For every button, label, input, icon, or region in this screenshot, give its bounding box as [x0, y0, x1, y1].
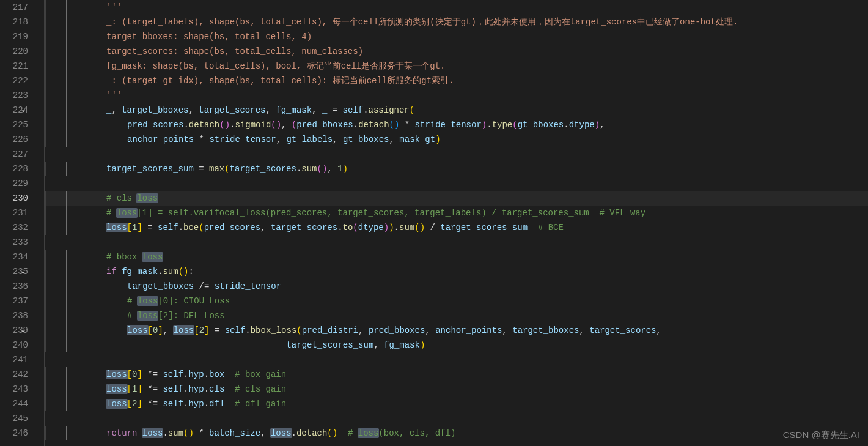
fold-chevron-icon[interactable]: [20, 325, 27, 333]
token-var: pred_scores: [204, 223, 260, 232]
line-number[interactable]: 225: [0, 117, 28, 132]
line-number[interactable]: 240: [0, 338, 28, 352]
line-number[interactable]: 232: [0, 220, 28, 235]
code-line[interactable]: ''': [44, 0, 868, 15]
code-editor[interactable]: 2172182192202212222232242252262272282292…: [0, 0, 868, 446]
line-number[interactable]: 246: [0, 426, 28, 440]
line-number[interactable]: 226: [0, 132, 28, 147]
code-line[interactable]: target_bboxes /= stride_tensor: [44, 279, 868, 294]
line-number[interactable]: 224: [0, 103, 28, 117]
token-par: (: [296, 325, 301, 335]
line-number[interactable]: 217: [0, 0, 28, 15]
code-line[interactable]: [44, 352, 868, 367]
line-number[interactable]: 228: [0, 162, 28, 176]
token-self: self: [163, 370, 183, 379]
code-line[interactable]: pred_scores.detach().sigmoid(), (pred_bb…: [44, 117, 868, 132]
token-op: ,: [600, 120, 605, 130]
line-number[interactable]: 229: [0, 176, 28, 191]
line-number[interactable]: 244: [0, 396, 28, 411]
line-number[interactable]: 223: [0, 88, 28, 103]
line-number[interactable]: 235: [0, 264, 28, 279]
token-op: .: [178, 223, 183, 232]
token-str: target_bboxes: shape(bs, total_cells, 4): [106, 32, 312, 42]
token-par: ]: [137, 223, 142, 232]
code-line[interactable]: _, target_bboxes, target_scores, fg_mask…: [44, 103, 868, 117]
code-area[interactable]: '''_: (target_labels), shape(bs, total_c…: [39, 0, 868, 446]
token-cmt: [2]: DFL Loss: [158, 311, 230, 321]
line-number[interactable]: 233: [0, 235, 28, 250]
line-number[interactable]: 243: [0, 382, 28, 396]
code-line[interactable]: loss[0], loss[2] = self.bbox_loss(pred_d…: [44, 323, 868, 338]
code-line[interactable]: return loss.sum() * batch_size, loss.det…: [44, 426, 868, 440]
token-cmt: # cls: [106, 193, 137, 203]
text-cursor: [158, 192, 158, 203]
token-par2: ): [225, 120, 230, 130]
token-var: loss: [106, 370, 127, 379]
code-line[interactable]: _: (target_gt_idx), shape(bs, total_cell…: [44, 73, 868, 88]
line-number[interactable]: 239: [0, 323, 28, 338]
line-number[interactable]: 241: [0, 352, 28, 367]
token-var: batch_size: [209, 428, 260, 438]
token-op: *: [194, 135, 209, 144]
code-line[interactable]: [44, 147, 868, 162]
code-line[interactable]: [44, 176, 868, 191]
code-line[interactable]: # bbox loss: [44, 250, 868, 264]
code-line[interactable]: # cls loss: [44, 191, 868, 206]
line-number[interactable]: 242: [0, 367, 28, 382]
code-line[interactable]: loss[1] = self.bce(pred_scores, target_s…: [44, 220, 868, 235]
code-line[interactable]: loss[0] *= self.hyp.box # box gain: [44, 367, 868, 382]
code-line[interactable]: fg_mask: shape(bs, total_cells), bool, 标…: [44, 59, 868, 73]
line-number[interactable]: 227: [0, 147, 28, 162]
token-var: loss: [106, 223, 127, 232]
code-line[interactable]: # loss[2]: DFL Loss: [44, 308, 868, 323]
code-line[interactable]: [44, 235, 868, 250]
search-highlight: loss: [127, 325, 149, 335]
token-op: .: [487, 120, 491, 130]
code-line[interactable]: [44, 411, 868, 426]
token-str: _: (target_labels), shape(bs, total_cell…: [106, 17, 738, 27]
token-op: .: [204, 399, 209, 409]
code-line[interactable]: target_scores: shape(bs, total_cells, nu…: [44, 44, 868, 59]
code-line[interactable]: target_scores_sum = max(target_scores.su…: [44, 162, 868, 176]
token-op: .: [163, 428, 167, 438]
code-line[interactable]: _: (target_labels), shape(bs, total_cell…: [44, 15, 868, 29]
line-number[interactable]: 245: [0, 411, 28, 426]
token-op: ,: [111, 105, 122, 115]
token-par: ]: [137, 370, 142, 379]
code-line[interactable]: anchor_points * stride_tensor, gt_labels…: [44, 132, 868, 147]
line-number[interactable]: 218: [0, 15, 28, 29]
code-line[interactable]: target_bboxes: shape(bs, total_cells, 4): [44, 29, 868, 44]
token-self: self: [225, 325, 246, 335]
token-par2: (: [271, 120, 276, 130]
line-number-gutter[interactable]: 2172182192202212222232242252262272282292…: [0, 0, 39, 446]
line-number[interactable]: 230: [0, 191, 28, 206]
line-number[interactable]: 221: [0, 59, 28, 73]
token-par: ): [343, 164, 348, 174]
code-line[interactable]: loss[1] *= self.hyp.cls # cls gain: [44, 382, 868, 396]
code-line[interactable]: target_scores_sum, fg_mask): [44, 338, 868, 352]
code-line[interactable]: # loss[0]: CIOU Loss: [44, 294, 868, 308]
line-number[interactable]: 234: [0, 250, 28, 264]
line-number[interactable]: 231: [0, 206, 28, 220]
token-cmt: loss: [138, 311, 158, 321]
code-line[interactable]: loss[2] *= self.hyp.dfl # dfl gain: [44, 396, 868, 411]
token-op: *: [194, 428, 209, 438]
token-op: =: [142, 223, 158, 232]
token-op: ,: [373, 340, 384, 350]
line-number[interactable]: 237: [0, 294, 28, 308]
token-var: hyp: [188, 384, 204, 394]
token-fn: sum: [163, 267, 178, 277]
token-var: box: [209, 370, 224, 379]
token-fn: max: [209, 164, 224, 174]
code-line[interactable]: if fg_mask.sum():: [44, 264, 868, 279]
line-number[interactable]: 238: [0, 308, 28, 323]
line-number[interactable]: 236: [0, 279, 28, 294]
line-number[interactable]: 219: [0, 29, 28, 44]
token-op: .: [204, 384, 209, 394]
line-number[interactable]: 220: [0, 44, 28, 59]
fold-chevron-icon[interactable]: [20, 267, 27, 274]
code-line[interactable]: ''': [44, 88, 868, 103]
code-line[interactable]: # loss[1] = self.varifocal_loss(pred_sco…: [44, 206, 868, 220]
fold-chevron-icon[interactable]: [20, 105, 27, 113]
line-number[interactable]: 222: [0, 73, 28, 88]
